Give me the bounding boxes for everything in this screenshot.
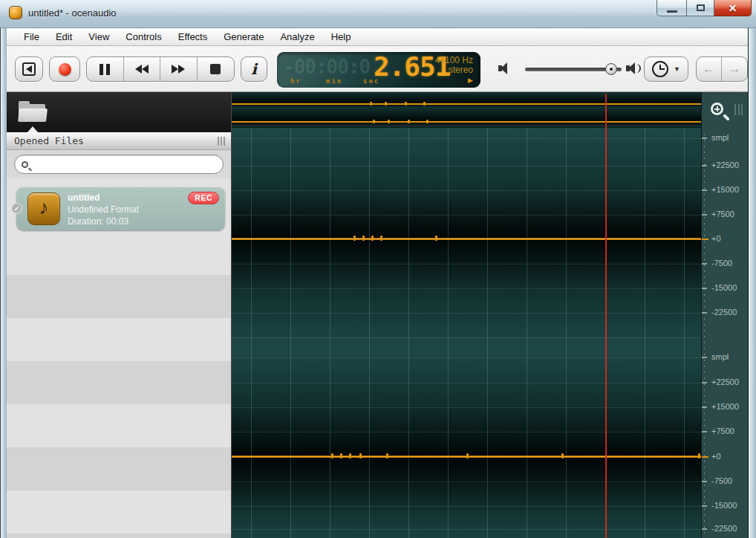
scale-label-ch1-smpl: smpl [711,133,729,142]
scale-grip-icon[interactable] [734,104,743,115]
minimize-button[interactable] [656,0,686,16]
minor-ticks [704,134,705,538]
scale-label-ch2--15000: -15000 [711,501,737,510]
forward-arrow-icon: → [729,62,741,77]
search-box[interactable] [14,155,224,174]
menu-item-help[interactable]: Help [323,29,359,45]
waveform-blip [359,453,362,458]
volume-slider-knob[interactable] [605,63,617,75]
redo-forward-button[interactable]: → [722,57,747,81]
window-border-right [748,28,756,538]
close-button[interactable]: ✕ [714,0,752,16]
scale-tick-ch2 [702,431,707,432]
scale-label-ch1--15000: -15000 [711,283,737,292]
time-format-button[interactable]: ▼ [644,56,688,82]
rewind-button[interactable] [124,57,161,81]
unit-min: min [326,77,342,85]
pause-icon [100,64,110,75]
waveform-blip [362,236,365,241]
record-icon [59,63,71,76]
grid-hline [232,357,701,358]
waveform-blip [386,453,388,458]
channel-right-background [232,349,701,538]
minimize-icon [667,10,677,13]
list-row-stripe-0 [7,275,231,318]
audio-file-icon: ♪ [27,192,60,225]
waveform-blip [331,453,333,458]
undo-back-button[interactable]: ← [697,57,722,81]
scale-label-ch2-+0: +0 [711,452,721,461]
zoom-icon[interactable] [711,103,723,115]
menu-item-analyze[interactable]: Analyze [272,29,322,45]
unit-sec: sec [363,77,379,85]
grid-vline [290,128,291,538]
stop-button[interactable] [198,57,235,81]
grid-hline [232,383,701,383]
scale-label-ch1-+22500: +22500 [711,161,739,169]
waveform-blip [340,453,342,458]
scale-tick-ch1 [702,165,707,166]
waveform-overview-bar[interactable] [232,92,701,128]
maximize-icon [697,4,705,11]
playhead-cursor[interactable] [605,94,607,538]
file-list: ✓ ♪ untitled Undefined Format Duration: … [7,178,231,538]
grid-vline [684,128,685,538]
menu-item-controls[interactable]: Controls [117,29,169,45]
grid-vline [645,128,645,538]
scale-tick-ch1 [702,288,707,289]
volume-max-icon[interactable] [626,62,641,74]
skip-to-start-button[interactable] [15,56,43,82]
menu-item-edit[interactable]: Edit [48,29,80,45]
grid-hline [232,215,701,215]
scale-tick-ch1 [702,239,708,240]
file-name: untitled [68,192,139,204]
file-item-untitled[interactable]: ✓ ♪ untitled Undefined Format Duration: … [16,187,225,230]
title-bar[interactable]: untitled* - ocenaudio ✕ [0,0,756,28]
waveform-blip [371,236,374,241]
menu-item-view[interactable]: View [80,29,117,45]
search-input[interactable] [34,157,217,172]
record-button[interactable] [49,56,80,82]
time-display[interactable]: -00:00:0 2.651 hr min sec 44100 Hz stere… [277,52,480,88]
volume-min-icon[interactable] [498,62,507,74]
grid-hline [232,337,701,338]
grid-hline [232,288,701,289]
pause-button[interactable] [87,57,124,81]
grid-hline [232,506,701,507]
panel-grip-icon[interactable] [218,137,225,146]
scale-tick-ch2 [702,382,707,383]
overview-blip [388,120,390,123]
maximize-button[interactable] [686,0,714,16]
sidebar-tab-strip [7,92,231,132]
fast-forward-button[interactable] [160,57,198,81]
back-arrow-icon: ← [703,62,715,77]
fast-forward-icon [172,65,185,74]
amplitude-scale-panel[interactable]: smpl+22500+15000+7500+0-7500-15000-22500… [701,92,748,538]
list-row-stripe-2 [7,447,231,490]
active-tab-notch [27,126,38,132]
grid-vline [408,128,409,538]
waveform-blip [349,453,351,458]
rec-status-badge: REC [188,192,219,204]
info-icon: i [251,60,257,78]
stop-icon [210,64,221,74]
grid-hline [232,264,701,265]
menu-item-generate[interactable]: Generate [215,29,272,45]
info-button[interactable]: i [241,56,267,82]
menu-item-effects[interactable]: Effects [170,29,216,45]
scale-tick-ch1 [702,263,707,265]
window-border-left [0,28,7,538]
waveform-editor[interactable] [232,92,701,538]
opened-files-tab[interactable] [19,101,47,122]
menu-item-file[interactable]: File [16,29,48,45]
grid-vline [566,128,567,538]
file-duration: Duration: 00:03 [68,215,139,227]
waveform-blip [561,453,564,458]
scale-tick-ch2 [702,406,707,408]
scale-tick-ch1 [702,312,707,314]
grid-vline [487,128,488,538]
scale-label-ch2--7500: -7500 [711,476,732,485]
overview-blip [405,102,407,106]
grid-hline [232,313,701,314]
grid-hline [232,190,701,191]
